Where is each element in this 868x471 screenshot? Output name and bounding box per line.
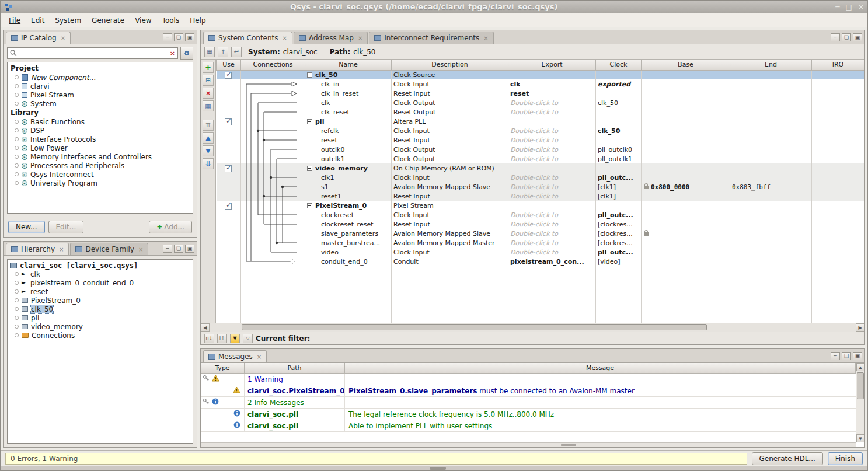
tab-device-family[interactable]: Device Family× <box>70 243 148 255</box>
hierarchy-item-pll[interactable]: pll <box>8 313 193 322</box>
catalog-item-system[interactable]: ▸System <box>8 99 193 108</box>
port-export[interactable]: Double-click to <box>508 219 596 229</box>
bottom-scrollbar[interactable] <box>1 466 867 470</box>
clear-search-icon[interactable]: × <box>170 50 175 57</box>
messages-column-message[interactable]: Message <box>345 363 856 373</box>
panel-minimize-icon[interactable]: ─ <box>163 33 172 41</box>
port-clock[interactable]: [clk1] <box>596 182 642 191</box>
scroll-right-icon[interactable]: ▶ <box>856 323 864 332</box>
tree-handle-icon[interactable] <box>15 146 19 150</box>
tree-handle-icon[interactable] <box>15 155 19 159</box>
catalog-item-processors-and-peripherals[interactable]: ▸Processors and Peripherals <box>8 161 193 170</box>
port-base[interactable] <box>642 98 730 107</box>
tree-handle-icon[interactable] <box>15 333 19 337</box>
module-row-video-memory[interactable]: video_memoryOn-Chip Memory (RAM or ROM) <box>217 163 864 173</box>
tab-close-icon[interactable]: × <box>483 35 488 41</box>
menu-item-system[interactable]: System <box>50 15 86 26</box>
port-base[interactable] <box>642 107 730 117</box>
port-clock[interactable]: clk_50 <box>596 126 642 135</box>
catalog-item-basic-functions[interactable]: ▸Basic Functions <box>8 117 193 126</box>
port-end[interactable] <box>730 107 812 117</box>
messages-column-type[interactable]: Type <box>201 363 245 373</box>
port-base[interactable]: 0x800_0000 <box>642 182 730 191</box>
port-clock[interactable]: [clk1] <box>596 191 642 201</box>
tree-handle-icon[interactable] <box>15 181 19 185</box>
maximize-icon[interactable]: □ <box>846 3 852 11</box>
port-end[interactable] <box>730 210 812 219</box>
messages-horizontal-scrollbar[interactable] <box>201 442 856 447</box>
tree-handle-icon[interactable] <box>15 316 19 320</box>
menu-item-view[interactable]: View <box>130 15 156 26</box>
scrollbar-thumb[interactable] <box>242 324 707 330</box>
port-row-s1[interactable]: s1Avalon Memory Mapped SlaveDouble-click… <box>217 182 864 191</box>
catalog-item-memory-interfaces-and-controllers[interactable]: ▸Memory Interfaces and Controllers <box>8 152 193 161</box>
port-row-conduit-end-0[interactable]: conduit_end_0Conduitpixelstream_0_con...… <box>217 257 864 266</box>
tab-interconnect-requirements[interactable]: Interconnect Requirements× <box>369 32 493 44</box>
search-input[interactable] <box>19 49 168 57</box>
tree-handle-icon[interactable] <box>15 172 19 176</box>
port-irq[interactable] <box>812 210 864 219</box>
tree-handle-icon[interactable] <box>15 120 19 124</box>
port-row-outclk0[interactable]: outclk0Clock OutputDouble-click topll_ou… <box>217 145 864 154</box>
tab-address-map[interactable]: Address Map× <box>294 32 368 44</box>
move-down-icon[interactable]: ▼ <box>203 145 214 156</box>
port-base[interactable] <box>642 257 730 266</box>
port-clock[interactable]: pll_outc... <box>596 247 642 257</box>
new-button[interactable]: New... <box>8 221 45 233</box>
move-top-icon[interactable]: ⇈ <box>203 120 214 131</box>
port-end[interactable] <box>730 126 812 135</box>
messages-column-path[interactable]: Path <box>245 363 345 373</box>
scroll-down-icon[interactable]: ▼ <box>856 434 864 442</box>
port-base[interactable] <box>642 238 730 247</box>
tree-handle-icon[interactable] <box>15 75 19 79</box>
port-base[interactable] <box>642 219 730 229</box>
port-export[interactable]: Double-click to <box>508 210 596 219</box>
tab-ip-catalog[interactable]: IP Catalog× <box>6 32 71 44</box>
port-irq[interactable] <box>812 107 864 117</box>
port-irq[interactable] <box>812 126 864 135</box>
catalog-item-pixel-stream[interactable]: Pixel Stream <box>8 90 193 99</box>
use-checkbox[interactable] <box>225 165 232 172</box>
tab-messages[interactable]: Messages× <box>203 350 267 362</box>
port-irq[interactable] <box>812 182 864 191</box>
port-export[interactable]: Double-click to <box>508 238 596 247</box>
port-row-clk-reset[interactable]: clk_resetReset OutputDouble-click to <box>217 107 864 117</box>
tab-hierarchy[interactable]: Hierarchy× <box>6 243 69 255</box>
port-row-clk-in[interactable]: clk_inClock Inputclkexported <box>217 79 864 89</box>
message-row[interactable]: clarvi_soc.pllThe legal reference clock … <box>201 409 856 420</box>
panel-float-icon[interactable]: ❏ <box>174 33 183 41</box>
port-base[interactable] <box>642 145 730 154</box>
port-clock[interactable]: pll_outc... <box>596 173 642 182</box>
edit-button[interactable]: Edit... <box>48 221 84 233</box>
panel-minimize-icon[interactable]: ─ <box>831 352 840 360</box>
hierarchy-item-pixelstream-0[interactable]: PixelStream_0 <box>8 296 193 305</box>
port-base[interactable] <box>642 79 730 89</box>
port-export[interactable]: Double-click to <box>508 247 596 257</box>
port-end[interactable] <box>730 229 812 238</box>
name-sort-icon[interactable]: n↓ <box>204 334 214 343</box>
module-row-pll[interactable]: pllAltera PLL <box>217 117 864 126</box>
port-row-reset[interactable]: resetReset InputDouble-click to <box>217 135 864 145</box>
key-icon[interactable] <box>203 375 210 383</box>
move-bottom-icon[interactable]: ⇊ <box>203 158 214 169</box>
port-clock[interactable]: [clockres... <box>596 238 642 247</box>
port-row-clk[interactable]: clkClock OutputDouble-click toclk_50 <box>217 98 864 107</box>
column-header-connections[interactable]: Connections <box>241 60 305 70</box>
tree-handle-icon[interactable] <box>15 102 19 106</box>
scrollbar-thumb[interactable] <box>857 372 864 399</box>
port-irq[interactable] <box>812 219 864 229</box>
tab-close-icon[interactable]: × <box>61 35 65 41</box>
hierarchy-item-connections[interactable]: Connections <box>8 331 193 340</box>
port-end[interactable] <box>730 79 812 89</box>
tree-handle-icon[interactable] <box>15 272 19 276</box>
port-export[interactable]: Double-click to <box>508 98 596 107</box>
panel-maximize-icon[interactable]: ▣ <box>185 33 194 41</box>
tab-close-icon[interactable]: × <box>59 246 64 253</box>
port-row-clk-in-reset[interactable]: clk_in_resetReset Inputreset <box>217 89 864 98</box>
minimize-icon[interactable]: ─ <box>835 3 839 11</box>
menu-item-edit[interactable]: Edit <box>26 15 49 26</box>
port-clock[interactable] <box>596 89 642 98</box>
catalog-settings-button[interactable] <box>180 47 193 60</box>
port-clock[interactable]: pll_outclk0 <box>596 145 642 154</box>
tab-close-icon[interactable]: × <box>283 35 287 41</box>
